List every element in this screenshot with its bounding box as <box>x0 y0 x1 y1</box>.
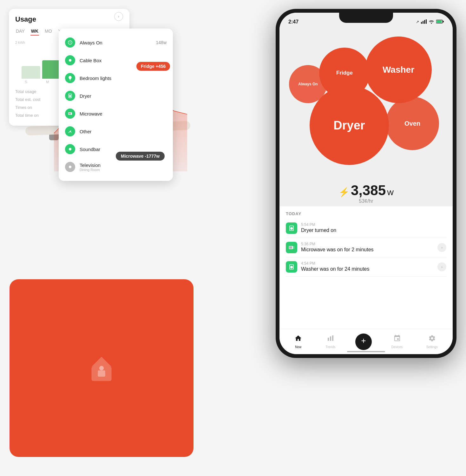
today-label: TODAY <box>286 211 446 216</box>
bubble-label-always-on: Always On <box>298 82 318 86</box>
svg-rect-16 <box>437 20 442 23</box>
device-name-bedroom-lights: Bedroom lights <box>80 76 167 81</box>
svg-point-3 <box>99 366 104 370</box>
today-section: TODAY 5:54 PM Dryer turned on <box>279 206 453 329</box>
svg-point-5 <box>69 59 71 62</box>
device-name-dryer: Dryer <box>80 93 167 99</box>
power-reading-area: ⚡ 3,385 W 53¢/hr <box>286 182 446 204</box>
svg-marker-1 <box>92 357 112 367</box>
bubble-label-oven: Oven <box>404 120 420 127</box>
power-value: 3,385 <box>351 182 386 198</box>
svg-rect-28 <box>328 338 329 341</box>
device-icon-television <box>65 162 75 172</box>
nav-add-icon <box>360 337 367 346</box>
bottom-nav: Now Trends <box>279 329 453 354</box>
device-icon-dryer <box>65 91 75 101</box>
chart-day-s: S <box>25 80 27 84</box>
bubble-dryer[interactable]: Dryer <box>310 86 389 165</box>
nav-item-devices[interactable]: Devices <box>388 333 407 350</box>
power-plug-icon: ⚡ <box>338 187 350 197</box>
svg-rect-29 <box>330 336 331 341</box>
device-item-other[interactable]: Other <box>59 122 173 140</box>
device-icon-cable-box <box>65 55 75 65</box>
svg-point-9 <box>69 166 71 168</box>
bubble-oven[interactable]: Oven <box>386 97 439 150</box>
timeline-time-dryer: 5:54 PM <box>301 222 446 227</box>
nav-label-devices: Devices <box>391 345 403 349</box>
nav-item-trends[interactable]: Trends <box>322 333 339 350</box>
device-value-always-on: 148w <box>156 40 167 45</box>
device-name-soundbar: Soundbar <box>80 147 167 152</box>
svg-rect-13 <box>426 19 427 24</box>
bubble-washer[interactable]: Washer <box>365 36 432 103</box>
chart-tooltip-fridge: Fridge +456 <box>136 62 170 71</box>
usage-title: Usage <box>15 15 36 23</box>
tab-day[interactable]: DAY <box>15 27 25 36</box>
device-item-always-on[interactable]: Always On 148w <box>59 34 173 51</box>
home-indicator <box>347 351 385 352</box>
nav-item-settings[interactable]: Settings <box>423 333 442 350</box>
signal-bars-icon <box>421 19 427 25</box>
chart-day-m: M <box>46 80 49 84</box>
device-name-television: Television <box>80 162 101 168</box>
timeline-content-washer: 4:54 PM Washer was on for 24 minutes <box>301 261 437 272</box>
bubble-label-washer: Washer <box>383 65 414 75</box>
svg-rect-11 <box>423 21 423 24</box>
device-item-microwave[interactable]: Microwave <box>59 105 173 122</box>
timeline-chevron-washer[interactable]: › <box>437 262 446 271</box>
nav-icon-devices <box>393 334 401 344</box>
device-icon-soundbar <box>65 144 75 154</box>
phone-frame: 2:47 ↗ <box>276 9 456 358</box>
hardware-device <box>10 279 194 457</box>
svg-rect-7 <box>69 113 71 114</box>
svg-rect-27 <box>294 248 294 249</box>
usage-nav-arrow[interactable]: › <box>114 12 123 21</box>
svg-rect-10 <box>421 22 422 24</box>
timeline-item-dryer[interactable]: 5:54 PM Dryer turned on <box>286 219 446 238</box>
chart-y-label: 2 kWh <box>15 41 25 44</box>
tab-wk[interactable]: WK <box>30 27 39 36</box>
nav-label-trends: Trends <box>325 345 335 349</box>
timeline-time-microwave: 5:36 PM <box>301 242 437 246</box>
timeline-item-microwave[interactable]: 5:36 PM Microwave was on for 2 minutes › <box>286 238 446 257</box>
timeline-item-washer[interactable]: 4:54 PM Washer was on for 24 minutes › <box>286 257 446 277</box>
tab-mo[interactable]: MO <box>44 27 53 36</box>
device-icon-microwave <box>65 109 75 119</box>
timeline-chevron-microwave[interactable]: › <box>437 243 446 252</box>
svg-rect-2 <box>98 370 105 377</box>
device-item-bedroom-lights[interactable]: Bedroom lights <box>59 69 173 87</box>
timeline-content-dryer: 5:54 PM Dryer turned on <box>301 222 446 233</box>
device-icon-bedroom-lights <box>65 73 75 83</box>
bubble-label-dryer: Dryer <box>333 119 365 132</box>
nav-icon-now <box>294 334 302 344</box>
timeline-icon-washer <box>286 261 297 273</box>
svg-point-8 <box>69 148 71 150</box>
svg-rect-17 <box>443 21 444 22</box>
device-icon-always-on <box>65 37 75 48</box>
device-item-television[interactable]: Television Dining Room <box>59 158 173 176</box>
battery-icon <box>436 19 444 25</box>
location-icon: ↗ <box>416 20 419 24</box>
nav-icon-settings <box>428 334 436 344</box>
timeline-text-dryer: Dryer turned on <box>301 228 446 233</box>
phone-notch <box>339 13 393 23</box>
chart-bar-s <box>22 66 40 79</box>
device-sublabel-television: Dining Room <box>80 168 101 172</box>
svg-rect-12 <box>424 20 425 24</box>
wifi-icon <box>429 19 434 25</box>
power-rate: 53¢/hr <box>286 198 446 204</box>
bubble-area: Always On Fridge Washer Dryer Oven <box>279 30 453 182</box>
svg-rect-26 <box>294 247 294 248</box>
timeline-time-washer: 4:54 PM <box>301 261 437 266</box>
chart-tooltip-microwave: Microwave -1777w <box>116 152 165 161</box>
timeline-icon-dryer <box>286 222 297 234</box>
device-name-microwave: Microwave <box>80 111 167 116</box>
nav-item-now[interactable]: Now <box>291 333 306 350</box>
svg-point-31 <box>363 340 364 341</box>
svg-rect-25 <box>289 246 292 249</box>
svg-rect-30 <box>332 335 333 341</box>
bubble-label-fridge: Fridge <box>336 70 353 76</box>
nav-add-button[interactable] <box>355 334 372 350</box>
device-item-dryer[interactable]: Dryer <box>59 87 173 105</box>
device-name-other: Other <box>80 129 167 134</box>
